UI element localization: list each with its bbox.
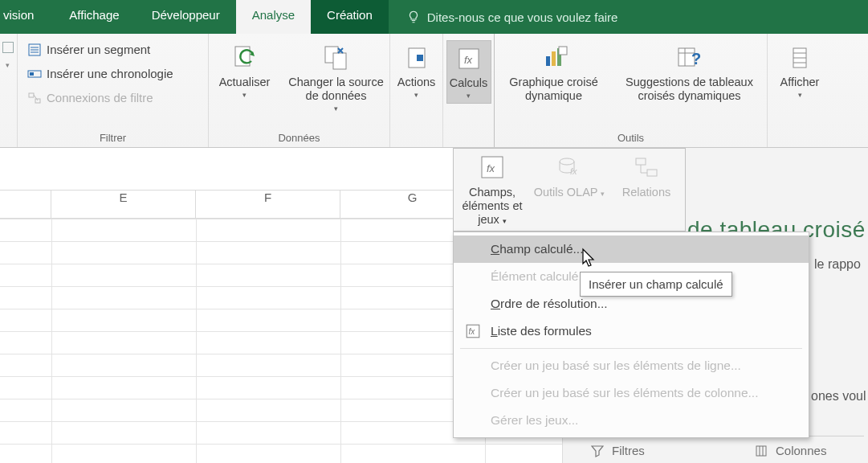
refresh-label: Actualiser bbox=[219, 76, 271, 89]
svg-rect-12 bbox=[333, 53, 346, 69]
menu-set-rows-label: Créer un jeu basé sur les éléments de li… bbox=[491, 359, 741, 373]
svg-point-34 bbox=[560, 158, 574, 165]
show-icon bbox=[785, 43, 814, 72]
calculs-label: Calculs bbox=[450, 76, 488, 90]
svg-text:fx: fx bbox=[487, 162, 495, 174]
panel-text-fragment: le rappo bbox=[814, 257, 861, 272]
chevron-down-icon: ▾ bbox=[6, 61, 10, 69]
tooltip: Insérer un champ calculé bbox=[580, 272, 732, 297]
svg-rect-29 bbox=[756, 446, 766, 456]
chevron-down-icon: ▾ bbox=[798, 91, 802, 99]
suggest-label: Suggestions de tableaux croisés dynamiqu… bbox=[617, 76, 763, 103]
svg-rect-37 bbox=[647, 170, 657, 176]
svg-text:fx: fx bbox=[570, 166, 577, 176]
insert-timeline-label: Insérer une chronologie bbox=[47, 65, 173, 83]
svg-text:fx: fx bbox=[468, 327, 475, 336]
insert-timeline[interactable]: Insérer une chronologie bbox=[24, 64, 177, 84]
connections-icon bbox=[27, 91, 42, 105]
calc-fx-icon: fx bbox=[454, 44, 483, 73]
chevron-down-icon: ▾ bbox=[467, 92, 471, 100]
col-header-blank bbox=[0, 191, 51, 218]
group-label-outils: Outils bbox=[617, 130, 644, 147]
blank-icon bbox=[465, 296, 481, 312]
menu-list-formulas-label: Liste des formules bbox=[491, 324, 592, 338]
tell-me-search[interactable]: Dites-nous ce que vous voulez faire bbox=[389, 0, 868, 34]
blank-icon bbox=[465, 268, 481, 285]
relations-icon bbox=[633, 154, 660, 181]
show-label: Afficher bbox=[780, 76, 820, 89]
fx-icon: fx bbox=[479, 154, 506, 181]
funnel-icon bbox=[591, 445, 604, 457]
cursor-icon bbox=[581, 248, 597, 268]
chevron-down-icon: ▾ bbox=[414, 91, 418, 99]
blank-icon bbox=[465, 412, 481, 428]
chevron-down-icon: ▾ bbox=[242, 91, 247, 99]
group-label-filtrer: Filtrer bbox=[100, 130, 126, 147]
pivotchart-icon bbox=[540, 43, 568, 72]
menu-calculated-item-label: Élément calculé... bbox=[491, 269, 589, 284]
tab-revision[interactable]: vision bbox=[0, 0, 53, 34]
actions-label: Actions bbox=[397, 76, 436, 89]
fields-items-sets-button[interactable]: fx Champs, éléments et jeux ▾ bbox=[454, 149, 531, 231]
pivot-suggest-button[interactable]: ? Suggestions de tableaux croisés dynami… bbox=[615, 40, 764, 106]
slicer-icon bbox=[27, 43, 42, 57]
blank-icon bbox=[465, 358, 481, 374]
refresh-icon bbox=[230, 43, 259, 72]
calculs-button[interactable]: fx Calculs ▾ bbox=[446, 40, 491, 104]
menu-calculated-field-label: Champ calculé... bbox=[491, 242, 583, 256]
insert-slicer[interactable]: Insérer un segment bbox=[24, 40, 153, 59]
tab-developpeur[interactable]: Développeur bbox=[136, 0, 236, 34]
actions-button[interactable]: Actions ▾ bbox=[393, 40, 440, 102]
svg-rect-20 bbox=[559, 47, 567, 55]
col-header-E[interactable]: E bbox=[51, 191, 196, 218]
svg-rect-14 bbox=[417, 55, 423, 61]
show-button[interactable]: Afficher ▾ bbox=[772, 40, 827, 102]
menu-list-formulas[interactable]: fx Liste des formules bbox=[454, 318, 809, 345]
menu-calculated-field[interactable]: Champ calculé... bbox=[454, 236, 809, 263]
tab-creation[interactable]: Création bbox=[311, 0, 389, 34]
menu-set-cols-label: Créer un jeu basé sur les éléments de co… bbox=[491, 386, 758, 400]
columns-area[interactable]: Colonnes bbox=[755, 444, 826, 457]
svg-rect-36 bbox=[636, 158, 646, 165]
suggest-icon: ? bbox=[675, 43, 704, 72]
fields-items-sets-label: Champs, éléments et jeux ▾ bbox=[455, 186, 529, 228]
columns-label: Colonnes bbox=[776, 444, 826, 457]
change-source-icon bbox=[322, 43, 351, 72]
menu-set-cols: Créer un jeu basé sur les éléments de co… bbox=[454, 379, 809, 407]
svg-rect-6 bbox=[29, 93, 34, 97]
menu-set-rows: Créer un jeu basé sur les éléments de li… bbox=[454, 352, 809, 379]
olap-tools-button: fx Outils OLAP ▾ bbox=[531, 149, 608, 231]
relations-button: Relations bbox=[608, 149, 685, 231]
change-source-button[interactable]: Changer la source de données ▾ bbox=[284, 40, 389, 116]
calculs-submenu: Champ calculé... Élément calculé... Ordr… bbox=[453, 232, 809, 438]
tab-affichage[interactable]: Affichage bbox=[53, 0, 135, 34]
olap-label: Outils OLAP ▾ bbox=[534, 186, 605, 201]
actions-icon bbox=[402, 43, 431, 72]
olap-icon: fx bbox=[556, 154, 583, 181]
timeline-icon bbox=[27, 67, 42, 81]
group-label-donnees: Données bbox=[278, 130, 320, 147]
pivotchart-label: Graphique croisé dynamique bbox=[499, 76, 609, 103]
svg-text:fx: fx bbox=[464, 54, 473, 66]
calculs-gallery: fx Champs, éléments et jeux ▾ fx Outils … bbox=[453, 148, 686, 232]
blank-icon bbox=[465, 241, 481, 257]
panel-text-fragment-2: ones voul bbox=[811, 389, 866, 404]
lightbulb-icon bbox=[406, 10, 421, 24]
slicer-icon bbox=[2, 42, 14, 53]
svg-rect-5 bbox=[30, 72, 34, 76]
refresh-button[interactable]: Actualiser ▾ bbox=[210, 40, 279, 102]
col-header-F[interactable]: F bbox=[196, 191, 340, 218]
filter-connections-label: Connexions de filtre bbox=[47, 89, 153, 107]
filters-label: Filtres bbox=[612, 444, 645, 457]
filter-connections: Connexions de filtre bbox=[24, 88, 157, 108]
chevron-down-icon: ▾ bbox=[334, 104, 338, 113]
columns-icon bbox=[755, 445, 768, 457]
svg-rect-17 bbox=[546, 56, 550, 66]
svg-text:?: ? bbox=[691, 50, 701, 68]
svg-rect-7 bbox=[35, 99, 40, 103]
formulas-list-icon: fx bbox=[465, 323, 481, 339]
filters-area[interactable]: Filtres bbox=[591, 444, 645, 457]
menu-manage-sets-label: Gérer les jeux... bbox=[491, 413, 578, 428]
tab-analyse[interactable]: Analyse bbox=[236, 0, 311, 34]
pivotchart-button[interactable]: Graphique croisé dynamique bbox=[498, 40, 610, 106]
